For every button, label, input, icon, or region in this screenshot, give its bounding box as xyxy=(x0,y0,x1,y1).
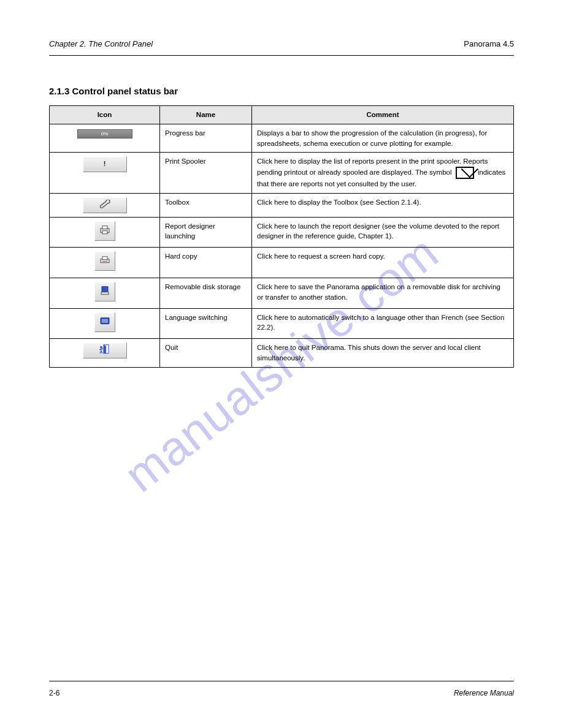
envelope-icon xyxy=(456,167,474,179)
row-name: Progress bar xyxy=(160,124,252,153)
table-row: Toolbox Click here to display the Toolbo… xyxy=(50,193,514,217)
row-comment: Click here to save the Panorama applicat… xyxy=(252,278,514,309)
comment-text-before: Click here to display the list of report… xyxy=(257,157,488,176)
computer-disk-icon xyxy=(99,285,110,296)
footer-doc-title: Reference Manual xyxy=(454,689,514,697)
header-name: Name xyxy=(160,106,252,124)
wrench-icon xyxy=(99,199,111,208)
table-row: 0% Progress bar Displays a bar to show t… xyxy=(50,124,514,153)
row-comment: Click here to quit Panorama. This shuts … xyxy=(252,339,514,367)
row-name: Quit xyxy=(160,339,252,367)
section-title: 2.1.3 Control panel status bar xyxy=(49,86,178,96)
quit-icon xyxy=(83,343,127,358)
row-comment: Displays a bar to show the progression o… xyxy=(252,124,514,153)
header-product: Panorama 4.5 xyxy=(464,39,514,48)
exit-door-icon xyxy=(98,344,112,355)
toolbox-icon xyxy=(83,197,127,213)
footer-page-number: 2-6 xyxy=(49,689,59,697)
table-row: Language switching Click here to automat… xyxy=(50,308,514,339)
progress-bar-icon: 0% xyxy=(77,129,132,138)
header-comment: Comment xyxy=(252,106,514,124)
row-comment: Click here to automatically switch to a … xyxy=(252,308,514,339)
table-row: Hard copy Click here to request a screen… xyxy=(50,248,514,278)
row-comment: Click here to display the list of report… xyxy=(252,153,514,193)
header-icon: Icon xyxy=(50,106,160,124)
row-comment: Click here to launch the report designer… xyxy=(252,217,514,248)
hard-copy-icon xyxy=(94,251,115,271)
header-divider xyxy=(49,55,514,56)
removable-disk-icon xyxy=(94,282,115,301)
printer-icon xyxy=(99,224,111,235)
report-designer-icon xyxy=(94,221,115,241)
row-name: Report designer launching xyxy=(160,217,252,248)
svg-rect-4 xyxy=(102,257,107,260)
footer-divider xyxy=(49,681,514,681)
row-comment: Click here to display the Toolbox (see S… xyxy=(252,193,514,217)
table-row: Removable disk storage Click here to sav… xyxy=(50,278,514,309)
keyboard-icon xyxy=(99,316,110,325)
printer-paper-icon xyxy=(99,254,111,265)
svg-rect-2 xyxy=(102,230,107,233)
table-row: Quit Click here to quit Panorama. This s… xyxy=(50,339,514,367)
language-switch-icon xyxy=(94,313,115,332)
header-chapter: Chapter 2. The Control Panel xyxy=(49,39,153,48)
row-name: Hard copy xyxy=(160,248,252,278)
table-header-row: Icon Name Comment xyxy=(50,106,514,124)
row-name: Toolbox xyxy=(160,193,252,217)
row-comment: Click here to request a screen hard copy… xyxy=(252,248,514,278)
print-spooler-icon xyxy=(83,156,127,172)
status-bar-table: Icon Name Comment 0% Progress bar Displa… xyxy=(49,105,514,368)
row-name: Language switching xyxy=(160,308,252,339)
svg-rect-6 xyxy=(101,292,109,295)
svg-rect-5 xyxy=(102,287,108,292)
row-name: Print Spooler xyxy=(160,153,252,193)
svg-point-12 xyxy=(100,346,102,349)
table-row: Report designer launching Click here to … xyxy=(50,217,514,248)
svg-rect-1 xyxy=(102,226,107,229)
row-name: Removable disk storage xyxy=(160,278,252,309)
table-row: Print Spooler Click here to display the … xyxy=(50,153,514,193)
